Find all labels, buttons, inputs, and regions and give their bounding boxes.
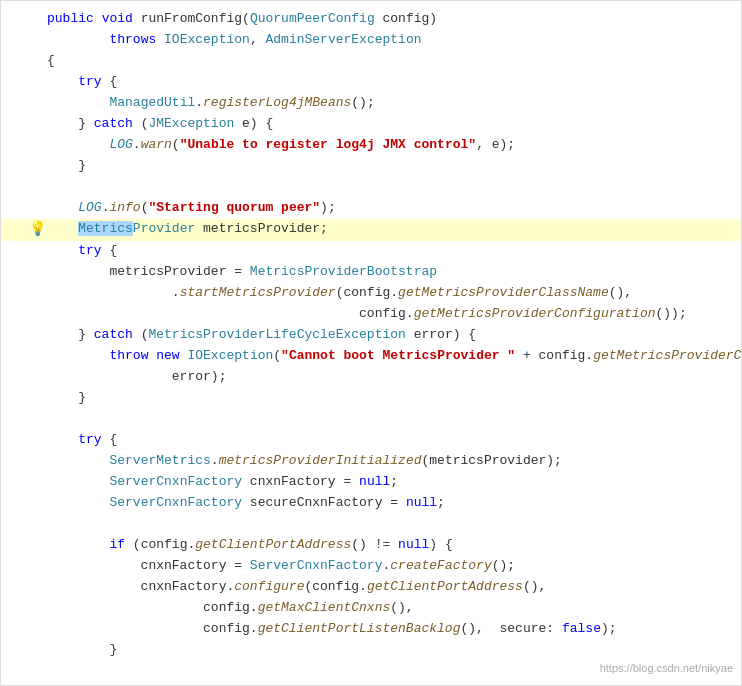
code-line-23: ServerCnxnFactory cnxnFactory = null; bbox=[1, 472, 741, 493]
code-text-4: try { bbox=[45, 72, 741, 92]
code-text-10: LOG.info("Starting quorum peer"); bbox=[45, 198, 741, 218]
code-line-7: LOG.warn("Unable to register log4j JMX c… bbox=[1, 135, 741, 156]
code-text-21: try { bbox=[45, 430, 741, 450]
line-icon-11: 💡 bbox=[29, 219, 45, 241]
code-line-29: config.getMaxClientCnxns(), bbox=[1, 598, 741, 619]
code-text-17: throw new IOException("Cannot boot Metri… bbox=[45, 346, 742, 366]
code-text-8: } bbox=[45, 156, 741, 176]
code-line-31: } bbox=[1, 640, 741, 661]
code-line-22: ServerMetrics.metricsProviderInitialized… bbox=[1, 451, 741, 472]
code-text-28: cnxnFactory.configure(config.getClientPo… bbox=[45, 577, 741, 597]
code-line-13: metricsProvider = MetricsProviderBootstr… bbox=[1, 262, 741, 283]
code-text-5: ManagedUtil.registerLog4jMBeans(); bbox=[45, 93, 741, 113]
code-text-14: .startMetricsProvider(config.getMetricsP… bbox=[45, 283, 741, 303]
code-text-16: } catch (MetricsProviderLifeCycleExcepti… bbox=[45, 325, 741, 345]
code-line-11: 💡 MetricsProvider metricsProvider; bbox=[1, 219, 741, 241]
code-text-1: public void runFromConfig(QuorumPeerConf… bbox=[45, 9, 741, 29]
code-text-7: LOG.warn("Unable to register log4j JMX c… bbox=[45, 135, 741, 155]
code-text-20 bbox=[45, 409, 741, 429]
code-text-13: metricsProvider = MetricsProviderBootstr… bbox=[45, 262, 741, 282]
code-text-22: ServerMetrics.metricsProviderInitialized… bbox=[45, 451, 741, 471]
code-text-11: MetricsProvider metricsProvider; bbox=[45, 219, 741, 239]
watermark: https://blog.csdn.net/nikyae bbox=[600, 660, 733, 677]
code-text-9 bbox=[45, 177, 741, 197]
code-text-15: config.getMetricsProviderConfiguration()… bbox=[45, 304, 741, 324]
code-line-5: ManagedUtil.registerLog4jMBeans(); bbox=[1, 93, 741, 114]
code-line-19: } bbox=[1, 388, 741, 409]
code-line-17: throw new IOException("Cannot boot Metri… bbox=[1, 346, 741, 367]
lightbulb-icon: 💡 bbox=[29, 219, 46, 241]
code-text-12: try { bbox=[45, 241, 741, 261]
code-line-26: if (config.getClientPortAddress() != nul… bbox=[1, 535, 741, 556]
code-text-19: } bbox=[45, 388, 741, 408]
code-line-16: } catch (MetricsProviderLifeCycleExcepti… bbox=[1, 325, 741, 346]
code-line-27: cnxnFactory = ServerCnxnFactory.createFa… bbox=[1, 556, 741, 577]
code-text-18: error); bbox=[45, 367, 741, 387]
code-text-23: ServerCnxnFactory cnxnFactory = null; bbox=[45, 472, 741, 492]
code-text-27: cnxnFactory = ServerCnxnFactory.createFa… bbox=[45, 556, 741, 576]
code-text-3: { bbox=[45, 51, 741, 71]
code-line-18: error); bbox=[1, 367, 741, 388]
code-line-3: { bbox=[1, 51, 741, 72]
code-line-28: cnxnFactory.configure(config.getClientPo… bbox=[1, 577, 741, 598]
code-line-9 bbox=[1, 177, 741, 198]
code-text-29: config.getMaxClientCnxns(), bbox=[45, 598, 741, 618]
code-line-21: try { bbox=[1, 430, 741, 451]
code-line-24: ServerCnxnFactory secureCnxnFactory = nu… bbox=[1, 493, 741, 514]
code-line-20 bbox=[1, 409, 741, 430]
code-text-6: } catch (JMException e) { bbox=[45, 114, 741, 134]
code-line-8: } bbox=[1, 156, 741, 177]
code-editor: public void runFromConfig(QuorumPeerConf… bbox=[0, 0, 742, 686]
code-line-12: try { bbox=[1, 241, 741, 262]
code-text-2: throws IOException, AdminServerException bbox=[45, 30, 741, 50]
code-line-15: config.getMetricsProviderConfiguration()… bbox=[1, 304, 741, 325]
code-text-24: ServerCnxnFactory secureCnxnFactory = nu… bbox=[45, 493, 741, 513]
code-line-14: .startMetricsProvider(config.getMetricsP… bbox=[1, 283, 741, 304]
code-line-2: throws IOException, AdminServerException bbox=[1, 30, 741, 51]
code-text-26: if (config.getClientPortAddress() != nul… bbox=[45, 535, 741, 555]
code-line-4: try { bbox=[1, 72, 741, 93]
code-text-30: config.getClientPortListenBacklog(), sec… bbox=[45, 619, 741, 639]
code-line-6: } catch (JMException e) { bbox=[1, 114, 741, 135]
code-line-25 bbox=[1, 514, 741, 535]
code-line-1: public void runFromConfig(QuorumPeerConf… bbox=[1, 9, 741, 30]
code-line-30: config.getClientPortListenBacklog(), sec… bbox=[1, 619, 741, 640]
code-text-25 bbox=[45, 514, 741, 534]
code-text-31: } bbox=[45, 640, 741, 660]
code-line-10: LOG.info("Starting quorum peer"); bbox=[1, 198, 741, 219]
